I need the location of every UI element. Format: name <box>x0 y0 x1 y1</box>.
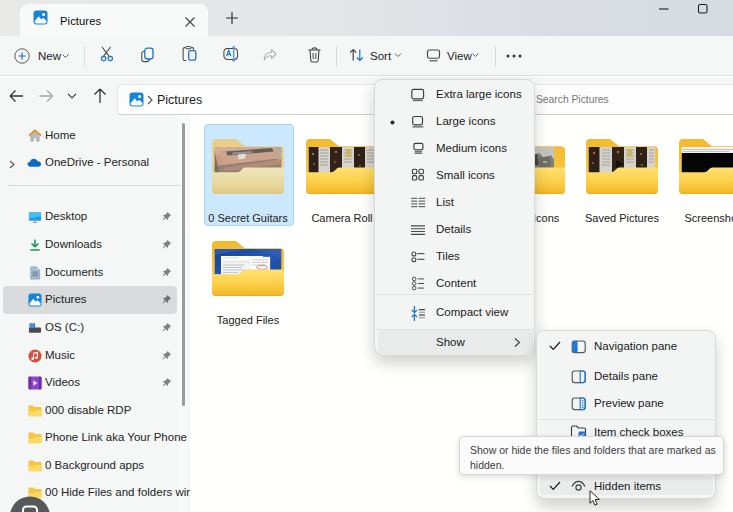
svg-text:View: View <box>447 50 472 62</box>
svg-text:Sort: Sort <box>370 50 392 62</box>
svg-text:New: New <box>38 50 62 62</box>
